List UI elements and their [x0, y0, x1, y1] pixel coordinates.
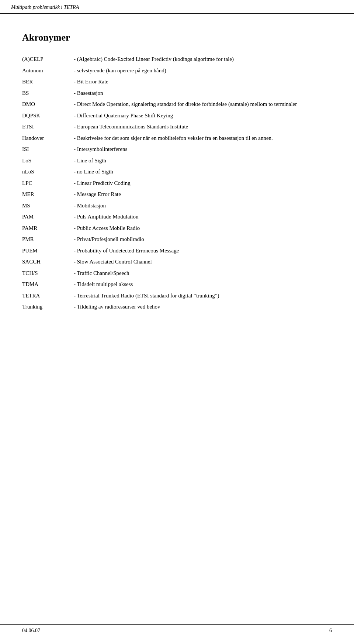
- footer-date: 04.06.07: [22, 628, 40, 634]
- acronym-term: Handover: [22, 132, 74, 144]
- acronym-row: Trunking- Tildeling av radioressurser ve…: [22, 301, 332, 313]
- acronym-definition: - Mobilstasjon: [74, 200, 332, 211]
- acronym-term: PUEM: [22, 245, 74, 256]
- page-header: Multipath problematikk i TETRA: [0, 0, 354, 14]
- acronym-definition: - (Algebraic) Code-Excited Linear Predic…: [74, 54, 332, 65]
- main-content: Akronymer (A)CELP- (Algebraic) Code-Exci…: [0, 14, 354, 335]
- acronym-definition: - Direct Mode Operation, signalering sta…: [74, 99, 332, 110]
- acronym-definition: - Privat/Profesjonell mobilradio: [74, 234, 332, 245]
- acronym-definition: - European Telecommunications Standards …: [74, 121, 332, 132]
- footer-page-number: 6: [329, 628, 332, 634]
- acronym-term: ETSI: [22, 121, 74, 132]
- acronym-row: PAM- Puls Amplitude Modulation: [22, 211, 332, 223]
- acronym-definition: - Puls Amplitude Modulation: [74, 211, 332, 223]
- acronym-row: BS- Basestasjon: [22, 87, 332, 99]
- acronym-term: DMO: [22, 99, 74, 110]
- acronym-row: PAMR- Public Access Mobile Radio: [22, 223, 332, 234]
- acronym-row: BER- Bit Error Rate: [22, 76, 332, 87]
- acronym-row: LoS- Line of Sigth: [22, 155, 332, 166]
- acronym-term: BER: [22, 76, 74, 87]
- acronym-definition: - Tidsdelt multippel aksess: [74, 279, 332, 290]
- acronym-definition: - Public Access Mobile Radio: [74, 223, 332, 234]
- acronym-term: (A)CELP: [22, 54, 74, 65]
- acronym-definition: - Beskrivelse for det som skjer når en m…: [74, 132, 332, 144]
- acronym-row: Handover- Beskrivelse for det som skjer …: [22, 132, 332, 144]
- acronym-definition: - Line of Sigth: [74, 155, 332, 166]
- acronym-definition: - Message Error Rate: [74, 189, 332, 200]
- acronym-row: SACCH- Slow Associated Control Channel: [22, 256, 332, 268]
- acronym-definition: - Tildeling av radioressurser ved behov: [74, 301, 332, 313]
- acronym-term: PAM: [22, 211, 74, 223]
- acronym-term: PAMR: [22, 223, 74, 234]
- acronym-row: Autonom- selvstyrende (kan operere på eg…: [22, 65, 332, 76]
- acronym-row: LPC- Linear Predictiv Coding: [22, 178, 332, 189]
- acronym-row: nLoS- no Line of Sigth: [22, 166, 332, 178]
- acronym-definition: - Differential Quaternary Phase Shift Ke…: [74, 110, 332, 121]
- acronym-row: MS- Mobilstasjon: [22, 200, 332, 211]
- acronym-row: DMO- Direct Mode Operation, signalering …: [22, 99, 332, 110]
- acronym-row: DQPSK- Differential Quaternary Phase Shi…: [22, 110, 332, 121]
- acronym-term: SACCH: [22, 256, 74, 268]
- acronym-term: LPC: [22, 178, 74, 189]
- header-title: Multipath problematikk i TETRA: [11, 4, 79, 10]
- acronym-row: TDMA- Tidsdelt multippel aksess: [22, 279, 332, 290]
- page-footer: 04.06.07 6: [0, 624, 354, 637]
- page-container: Multipath problematikk i TETRA Akronymer…: [0, 0, 354, 644]
- acronym-row: TCH/S- Traffic Channel/Speech: [22, 268, 332, 279]
- acronym-definition: - Traffic Channel/Speech: [74, 268, 332, 279]
- acronym-term: TCH/S: [22, 268, 74, 279]
- acronym-definition: - Intersymbolinterferens: [74, 144, 332, 155]
- acronym-term: nLoS: [22, 166, 74, 178]
- acronym-term: ISI: [22, 144, 74, 155]
- acronym-row: ISI- Intersymbolinterferens: [22, 144, 332, 155]
- acronym-term: MS: [22, 200, 74, 211]
- acronym-definition: - Basestasjon: [74, 87, 332, 99]
- acronym-definition: - Linear Predictiv Coding: [74, 178, 332, 189]
- acronym-term: MER: [22, 189, 74, 200]
- acronym-definition: - Terrestrial Trunked Radio (ETSI standa…: [74, 290, 332, 302]
- acronym-row: PUEM- Probability of Undetected Erroneou…: [22, 245, 332, 256]
- acronym-table: (A)CELP- (Algebraic) Code-Excited Linear…: [22, 54, 332, 313]
- acronym-definition: - Slow Associated Control Channel: [74, 256, 332, 268]
- acronym-definition: - selvstyrende (kan operere på egen hånd…: [74, 65, 332, 76]
- acronym-row: (A)CELP- (Algebraic) Code-Excited Linear…: [22, 54, 332, 65]
- acronym-row: PMR- Privat/Profesjonell mobilradio: [22, 234, 332, 245]
- acronym-definition: - no Line of Sigth: [74, 166, 332, 178]
- acronym-term: LoS: [22, 155, 74, 166]
- acronym-term: Trunking: [22, 301, 74, 313]
- acronym-row: ETSI- European Telecommunications Standa…: [22, 121, 332, 132]
- acronym-term: BS: [22, 87, 74, 99]
- acronym-term: TETRA: [22, 290, 74, 302]
- acronym-definition: - Bit Error Rate: [74, 76, 332, 87]
- acronym-term: TDMA: [22, 279, 74, 290]
- section-title: Akronymer: [22, 32, 332, 43]
- acronym-term: DQPSK: [22, 110, 74, 121]
- acronym-definition: - Probability of Undetected Erroneous Me…: [74, 245, 332, 256]
- acronym-row: TETRA- Terrestrial Trunked Radio (ETSI s…: [22, 290, 332, 302]
- acronym-row: MER- Message Error Rate: [22, 189, 332, 200]
- acronym-term: Autonom: [22, 65, 74, 76]
- acronym-term: PMR: [22, 234, 74, 245]
